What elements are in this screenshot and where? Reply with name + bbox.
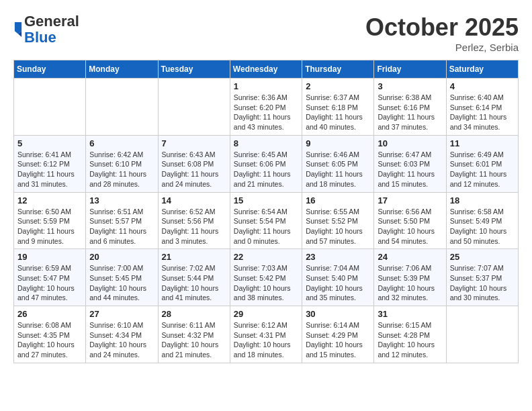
logo-blue: Blue — [24, 30, 79, 46]
calendar-cell: 1 Sunrise: 6:36 AMSunset: 6:20 PMDayligh… — [230, 79, 302, 136]
month-title: October 2025 — [365, 13, 519, 42]
day-number: 18 — [450, 195, 515, 205]
title-block: October 2025 Perlez, Serbia — [365, 13, 519, 53]
day-number: 13 — [89, 195, 154, 205]
day-info: Sunrise: 7:04 AMSunset: 5:40 PMDaylight:… — [306, 263, 370, 303]
col-tuesday: Tuesday — [158, 60, 230, 79]
day-info: Sunrise: 6:58 AMSunset: 5:49 PMDaylight:… — [450, 207, 515, 246]
day-info: Sunrise: 6:42 AMSunset: 6:10 PMDaylight:… — [89, 150, 154, 189]
day-number: 6 — [89, 138, 154, 148]
calendar-cell: 15 Sunrise: 6:54 AMSunset: 5:54 PMDaylig… — [230, 192, 302, 249]
calendar-week-4: 19 Sunrise: 6:59 AMSunset: 5:47 PMDaylig… — [14, 249, 519, 306]
day-number: 2 — [306, 81, 370, 91]
day-info: Sunrise: 6:49 AMSunset: 6:01 PMDaylight:… — [450, 150, 515, 189]
day-info: Sunrise: 6:50 AMSunset: 5:59 PMDaylight:… — [17, 207, 82, 246]
calendar-cell: 12 Sunrise: 6:50 AMSunset: 5:59 PMDaylig… — [14, 192, 86, 249]
day-number: 22 — [234, 252, 298, 262]
day-info: Sunrise: 6:10 AMSunset: 4:34 PMDaylight:… — [89, 320, 154, 360]
day-number: 1 — [234, 81, 298, 91]
calendar-cell: 26 Sunrise: 6:08 AMSunset: 4:35 PMDaylig… — [14, 306, 86, 363]
calendar-cell: 9 Sunrise: 6:46 AMSunset: 6:05 PMDayligh… — [302, 135, 374, 192]
day-number: 17 — [378, 195, 442, 205]
day-info: Sunrise: 6:36 AMSunset: 6:20 PMDaylight:… — [234, 93, 298, 132]
calendar-cell: 4 Sunrise: 6:40 AMSunset: 6:14 PMDayligh… — [446, 79, 518, 136]
calendar-cell: 2 Sunrise: 6:37 AMSunset: 6:18 PMDayligh… — [302, 79, 374, 136]
day-info: Sunrise: 6:11 AMSunset: 4:32 PMDaylight:… — [162, 320, 226, 360]
calendar-cell: 22 Sunrise: 7:03 AMSunset: 5:42 PMDaylig… — [230, 249, 302, 306]
calendar-cell: 10 Sunrise: 6:47 AMSunset: 6:03 PMDaylig… — [374, 135, 446, 192]
day-info: Sunrise: 6:54 AMSunset: 5:54 PMDaylight:… — [234, 207, 298, 246]
day-number: 21 — [162, 252, 226, 262]
day-info: Sunrise: 7:00 AMSunset: 5:45 PMDaylight:… — [89, 263, 154, 303]
calendar-cell: 14 Sunrise: 6:52 AMSunset: 5:56 PMDaylig… — [158, 192, 230, 249]
day-number: 14 — [162, 195, 226, 205]
day-info: Sunrise: 6:45 AMSunset: 6:06 PMDaylight:… — [234, 150, 298, 189]
calendar-cell: 27 Sunrise: 6:10 AMSunset: 4:34 PMDaylig… — [86, 306, 158, 363]
day-info: Sunrise: 6:43 AMSunset: 6:08 PMDaylight:… — [162, 150, 226, 189]
calendar-cell: 21 Sunrise: 7:02 AMSunset: 5:44 PMDaylig… — [158, 249, 230, 306]
col-friday: Friday — [374, 60, 446, 79]
calendar-cell: 3 Sunrise: 6:38 AMSunset: 6:16 PMDayligh… — [374, 79, 446, 136]
calendar-header-row: Sunday Monday Tuesday Wednesday Thursday… — [14, 60, 519, 79]
day-number: 16 — [306, 195, 370, 205]
calendar-cell: 29 Sunrise: 6:12 AMSunset: 4:31 PMDaylig… — [230, 306, 302, 363]
calendar-cell — [86, 79, 158, 136]
day-number: 29 — [234, 309, 298, 319]
day-info: Sunrise: 6:14 AMSunset: 4:29 PMDaylight:… — [306, 320, 370, 360]
calendar-cell: 28 Sunrise: 6:11 AMSunset: 4:32 PMDaylig… — [158, 306, 230, 363]
day-info: Sunrise: 6:46 AMSunset: 6:05 PMDaylight:… — [306, 150, 370, 189]
logo: General Blue — [13, 13, 79, 46]
calendar-cell: 8 Sunrise: 6:45 AMSunset: 6:06 PMDayligh… — [230, 135, 302, 192]
day-number: 23 — [306, 252, 370, 262]
calendar-cell: 18 Sunrise: 6:58 AMSunset: 5:49 PMDaylig… — [446, 192, 518, 249]
day-number: 31 — [378, 309, 442, 319]
day-info: Sunrise: 6:59 AMSunset: 5:47 PMDaylight:… — [17, 263, 82, 303]
day-info: Sunrise: 6:37 AMSunset: 6:18 PMDaylight:… — [306, 93, 370, 132]
day-info: Sunrise: 7:07 AMSunset: 5:37 PMDaylight:… — [450, 263, 515, 303]
calendar-cell — [446, 306, 518, 363]
day-info: Sunrise: 6:08 AMSunset: 4:35 PMDaylight:… — [17, 320, 82, 360]
day-info: Sunrise: 6:15 AMSunset: 4:28 PMDaylight:… — [378, 320, 442, 360]
calendar-cell: 25 Sunrise: 7:07 AMSunset: 5:37 PMDaylig… — [446, 249, 518, 306]
calendar-week-2: 5 Sunrise: 6:41 AMSunset: 6:12 PMDayligh… — [14, 135, 519, 192]
day-info: Sunrise: 6:12 AMSunset: 4:31 PMDaylight:… — [234, 320, 298, 360]
logo-general: General — [24, 13, 79, 30]
day-info: Sunrise: 6:47 AMSunset: 6:03 PMDaylight:… — [378, 150, 442, 189]
calendar-cell: 30 Sunrise: 6:14 AMSunset: 4:29 PMDaylig… — [302, 306, 374, 363]
day-info: Sunrise: 6:38 AMSunset: 6:16 PMDaylight:… — [378, 93, 442, 132]
col-sunday: Sunday — [14, 60, 86, 79]
day-number: 15 — [234, 195, 298, 205]
calendar-cell: 16 Sunrise: 6:55 AMSunset: 5:52 PMDaylig… — [302, 192, 374, 249]
calendar-cell: 6 Sunrise: 6:42 AMSunset: 6:10 PMDayligh… — [86, 135, 158, 192]
calendar-cell: 23 Sunrise: 7:04 AMSunset: 5:40 PMDaylig… — [302, 249, 374, 306]
calendar-cell: 19 Sunrise: 6:59 AMSunset: 5:47 PMDaylig… — [14, 249, 86, 306]
day-info: Sunrise: 6:52 AMSunset: 5:56 PMDaylight:… — [162, 207, 226, 246]
location: Perlez, Serbia — [365, 42, 519, 53]
day-number: 19 — [17, 252, 82, 262]
day-number: 27 — [89, 309, 154, 319]
calendar-cell: 7 Sunrise: 6:43 AMSunset: 6:08 PMDayligh… — [158, 135, 230, 192]
col-wednesday: Wednesday — [230, 60, 302, 79]
day-number: 7 — [162, 138, 226, 148]
day-info: Sunrise: 7:06 AMSunset: 5:39 PMDaylight:… — [378, 263, 442, 303]
day-number: 20 — [89, 252, 154, 262]
col-saturday: Saturday — [446, 60, 518, 79]
calendar-cell: 31 Sunrise: 6:15 AMSunset: 4:28 PMDaylig… — [374, 306, 446, 363]
day-info: Sunrise: 7:03 AMSunset: 5:42 PMDaylight:… — [234, 263, 298, 303]
day-info: Sunrise: 6:56 AMSunset: 5:50 PMDaylight:… — [378, 207, 442, 246]
day-info: Sunrise: 6:40 AMSunset: 6:14 PMDaylight:… — [450, 93, 515, 132]
calendar-week-5: 26 Sunrise: 6:08 AMSunset: 4:35 PMDaylig… — [14, 306, 519, 363]
calendar-cell: 11 Sunrise: 6:49 AMSunset: 6:01 PMDaylig… — [446, 135, 518, 192]
day-number: 9 — [306, 138, 370, 148]
calendar-cell: 5 Sunrise: 6:41 AMSunset: 6:12 PMDayligh… — [14, 135, 86, 192]
day-number: 11 — [450, 138, 515, 148]
day-number: 12 — [17, 195, 82, 205]
calendar-cell: 24 Sunrise: 7:06 AMSunset: 5:39 PMDaylig… — [374, 249, 446, 306]
calendar-cell — [14, 79, 86, 136]
day-number: 24 — [378, 252, 442, 262]
day-number: 10 — [378, 138, 442, 148]
calendar-cell: 17 Sunrise: 6:56 AMSunset: 5:50 PMDaylig… — [374, 192, 446, 249]
logo-text: General Blue — [24, 13, 79, 46]
day-number: 8 — [234, 138, 298, 148]
calendar-cell — [158, 79, 230, 136]
